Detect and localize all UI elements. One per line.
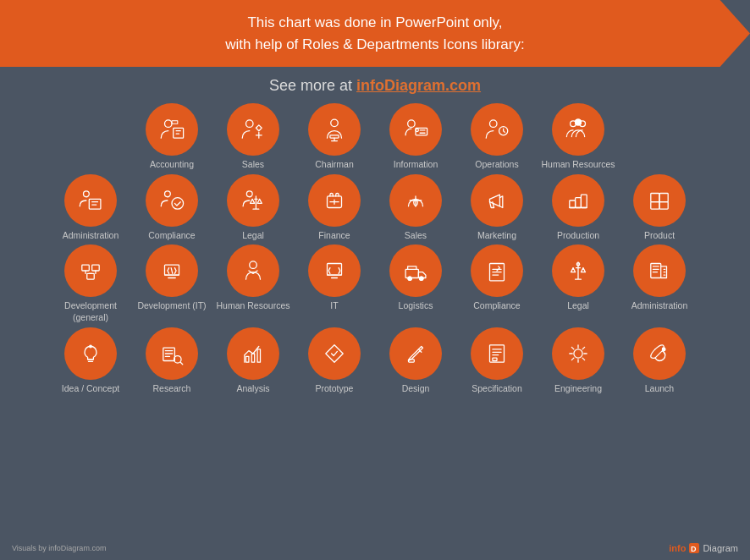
svg-rect-26 <box>651 193 659 201</box>
icon-item-information: Information <box>378 103 454 171</box>
svg-rect-28 <box>92 265 100 271</box>
svg-rect-29 <box>87 274 95 280</box>
icon-item-analysis: Analysis <box>215 327 291 395</box>
svg-rect-33 <box>405 270 418 278</box>
icon-item-administration: Administration <box>52 174 129 242</box>
icon-grid: Accounting Sales Chairman Information <box>44 103 706 394</box>
icon-item-human-resources: Human Resources <box>540 103 616 171</box>
icon-item-product: Product <box>621 174 698 242</box>
icon-item-sales: Sales <box>215 103 291 171</box>
icon-item-administration2: Administration <box>621 244 698 312</box>
icon-item-logistics: Logistics <box>378 244 454 312</box>
svg-point-8 <box>490 120 498 128</box>
icon-row-4: Idea / Concept Research Analysis Prototy… <box>52 327 698 395</box>
icon-item-production: Production <box>540 174 616 242</box>
icon-row-1: Accounting Sales Chairman Information <box>134 103 616 171</box>
icon-label-administration2: Administration <box>631 300 688 312</box>
svg-rect-49 <box>493 358 497 360</box>
svg-rect-45 <box>251 354 254 362</box>
icon-label-administration: Administration <box>63 230 119 242</box>
banner-text: This chart was done in PowerPoint only, … <box>51 12 699 55</box>
icon-label-information: Information <box>394 159 438 171</box>
icon-label-legal2: Legal <box>567 300 589 312</box>
icon-label-accounting: Accounting <box>150 159 194 171</box>
icon-label-sales2: Sales <box>405 230 427 242</box>
icon-item-chairman: Chairman <box>296 103 372 171</box>
svg-rect-44 <box>246 356 249 362</box>
svg-point-2 <box>246 120 254 128</box>
svg-rect-46 <box>257 349 260 361</box>
icon-label-human-resources2: Human Resources <box>217 300 290 312</box>
icon-item-dev-it: Development (IT) <box>134 244 210 312</box>
svg-rect-23 <box>659 193 668 201</box>
svg-rect-22 <box>581 195 587 207</box>
svg-rect-27 <box>82 265 90 271</box>
svg-point-41 <box>90 345 92 348</box>
icon-item-marketing: Marketing <box>459 174 535 242</box>
svg-rect-21 <box>576 197 582 207</box>
icon-item-engineering: Engineering <box>540 327 616 395</box>
icon-label-engineering: Engineering <box>554 383 602 395</box>
see-more-text: See more at infoDiagram.com <box>269 77 481 95</box>
svg-point-3 <box>331 119 339 127</box>
svg-rect-25 <box>659 201 668 209</box>
icon-circle-information <box>389 103 442 156</box>
icon-item-compliance2: Compliance <box>459 244 535 312</box>
icon-item-compliance: Compliance <box>134 174 210 242</box>
icon-label-it: IT <box>330 300 338 312</box>
svg-rect-40 <box>651 264 661 278</box>
icon-label-idea: Idea / Concept <box>62 383 119 395</box>
icon-label-finance: Finance <box>318 230 350 242</box>
svg-point-31 <box>250 261 257 269</box>
icon-label-sales: Sales <box>242 159 264 171</box>
icon-circle-human-resources <box>552 103 604 156</box>
svg-rect-20 <box>570 200 576 208</box>
svg-rect-1 <box>174 128 184 138</box>
icon-label-analysis: Analysis <box>236 383 269 395</box>
icon-item-dev-general: Development (general) <box>52 244 129 323</box>
icon-item-specification: Specification <box>459 327 535 395</box>
icon-label-human-resources: Human Resources <box>542 159 615 171</box>
logo-icon: D <box>687 541 701 555</box>
svg-point-14 <box>84 191 90 197</box>
icon-item-it: IT <box>296 244 372 312</box>
icon-label-operations: Operations <box>475 159 518 171</box>
icon-item-idea: Idea / Concept <box>52 327 129 395</box>
icon-label-compliance: Compliance <box>148 230 195 242</box>
icon-row-3: Development (general) Development (IT) H… <box>52 244 698 323</box>
icon-label-specification: Specification <box>472 383 522 395</box>
icon-label-chairman: Chairman <box>315 159 354 171</box>
icon-item-legal2: Legal <box>540 244 616 312</box>
icon-label-production: Production <box>557 230 599 242</box>
svg-rect-42 <box>163 348 175 360</box>
icon-label-prototype: Prototype <box>316 383 354 395</box>
icon-item-operations: Operations <box>459 103 535 171</box>
icon-circle-accounting <box>146 103 198 156</box>
icon-label-legal: Legal <box>242 230 264 242</box>
infodiagram-link[interactable]: infoDiagram.com <box>356 77 481 94</box>
svg-point-18 <box>246 191 252 197</box>
svg-rect-15 <box>89 199 101 209</box>
icon-row-2: Administration Compliance Legal Finance <box>52 174 698 242</box>
icon-item-launch: Launch <box>621 327 698 395</box>
icon-item-finance: Finance <box>296 174 372 242</box>
banner: This chart was done in PowerPoint only, … <box>0 0 750 67</box>
icon-label-dev-general: Development (general) <box>53 300 128 323</box>
icon-label-dev-it: Development (IT) <box>137 300 206 312</box>
icon-item-accounting: Accounting <box>134 103 210 171</box>
icon-item-prototype: Prototype <box>296 327 372 395</box>
icon-label-research: Research <box>153 383 191 395</box>
footer-credit: Visuals by infoDiagram.com <box>12 544 106 552</box>
main-container: This chart was done in PowerPoint only, … <box>0 0 750 560</box>
svg-point-16 <box>165 191 171 197</box>
svg-point-5 <box>408 120 416 128</box>
icon-item-research: Research <box>134 327 210 395</box>
svg-point-0 <box>165 120 173 128</box>
icon-item-human-resources2: Human Resources <box>215 244 291 312</box>
icon-label-design: Design <box>402 383 430 395</box>
footer-logo: info D Diagram <box>669 541 738 555</box>
icon-circle-operations <box>471 103 523 156</box>
svg-point-7 <box>416 129 418 131</box>
icon-circle-chairman <box>308 103 361 156</box>
svg-rect-24 <box>651 201 659 209</box>
